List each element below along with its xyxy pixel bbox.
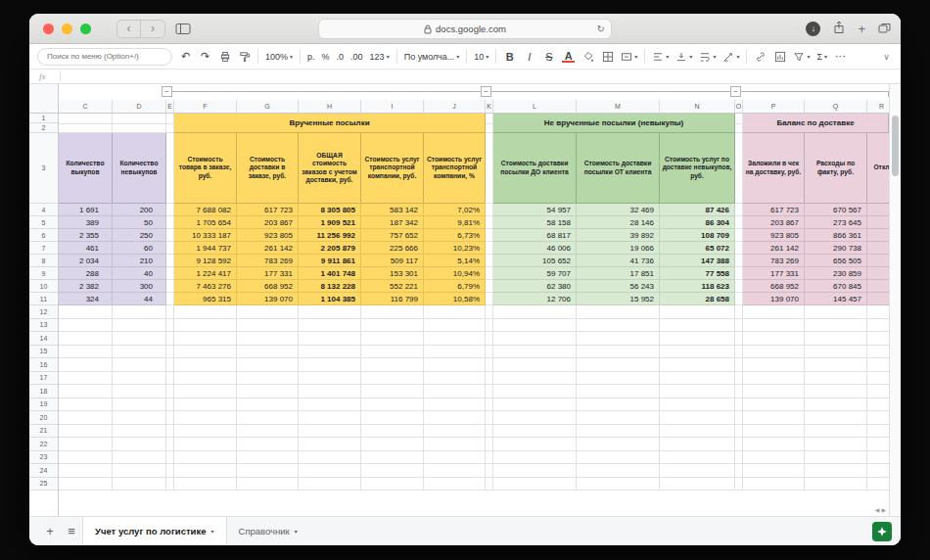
cell[interactable] — [299, 438, 361, 451]
cell[interactable] — [174, 358, 237, 372]
column-header-letter[interactable]: O — [735, 100, 743, 114]
cell[interactable] — [361, 411, 424, 425]
cell[interactable]: 44 — [113, 293, 166, 305]
cell[interactable] — [867, 425, 889, 439]
cell[interactable]: 65 072 — [660, 242, 735, 255]
cell[interactable]: 32 469 — [577, 204, 660, 216]
cell[interactable] — [299, 305, 361, 319]
menu-search-input[interactable] — [45, 51, 164, 62]
cell[interactable]: 62 380 — [493, 280, 577, 293]
column-title-cell[interactable]: Количество выкупов — [59, 133, 113, 204]
cell[interactable] — [59, 358, 113, 372]
cell[interactable] — [237, 425, 299, 439]
cell[interactable] — [493, 464, 577, 478]
cell[interactable]: 10,94% — [424, 267, 486, 280]
cell[interactable]: 389 — [59, 216, 113, 229]
cell[interactable] — [113, 385, 166, 398]
cell[interactable] — [174, 478, 237, 491]
cell[interactable]: 41 736 — [577, 255, 660, 267]
cell[interactable] — [577, 425, 660, 439]
filter-button[interactable]: ▾ — [793, 51, 810, 63]
cell[interactable] — [59, 451, 113, 465]
cell[interactable] — [166, 216, 174, 229]
cell[interactable]: 7 688 082 — [174, 204, 237, 216]
cell[interactable] — [735, 332, 743, 346]
cell[interactable] — [237, 464, 299, 478]
cell[interactable] — [299, 358, 361, 372]
cell[interactable] — [743, 398, 805, 412]
cell[interactable] — [493, 398, 577, 412]
cell[interactable]: 273 645 — [805, 216, 867, 229]
cell[interactable] — [493, 332, 577, 346]
cell[interactable]: 210 — [113, 255, 166, 267]
cell[interactable] — [174, 346, 237, 359]
cell[interactable] — [166, 280, 174, 293]
cell[interactable] — [577, 319, 660, 333]
cell[interactable] — [867, 358, 889, 372]
cell[interactable] — [174, 398, 237, 412]
cell[interactable]: 28 658 — [660, 293, 735, 305]
cell[interactable] — [735, 229, 743, 242]
cell[interactable] — [113, 114, 166, 133]
cell[interactable]: 1 691 — [59, 204, 113, 216]
group-collapse-button[interactable]: − — [730, 86, 741, 97]
cell[interactable] — [486, 204, 493, 216]
cell[interactable] — [660, 451, 735, 465]
column-header-letter[interactable]: E — [166, 100, 174, 114]
cell[interactable] — [166, 319, 174, 333]
row-number[interactable]: 14 — [29, 332, 58, 346]
cell[interactable] — [577, 332, 660, 346]
cell[interactable]: 187 342 — [361, 216, 424, 229]
cell[interactable]: 288 — [59, 267, 113, 280]
cell[interactable] — [660, 385, 735, 398]
cell[interactable]: 17 851 — [577, 267, 660, 280]
column-title-cell[interactable]: Стоимость доставки посылки ОТ клиента — [577, 133, 660, 204]
cell[interactable]: 139 070 — [743, 293, 805, 305]
cell[interactable]: 108 709 — [660, 229, 735, 242]
cell[interactable] — [735, 411, 743, 425]
cell[interactable] — [660, 319, 735, 333]
cell[interactable] — [237, 478, 299, 491]
cell[interactable]: 656 505 — [805, 255, 867, 267]
row-number[interactable]: 25 — [29, 478, 58, 491]
italic-button[interactable]: I — [523, 51, 535, 63]
cell[interactable] — [486, 398, 493, 412]
cell[interactable] — [174, 385, 237, 398]
add-sheet-button[interactable]: + — [39, 524, 61, 538]
zoom-select[interactable]: 100%▾ — [265, 52, 293, 62]
cell[interactable]: 12 706 — [493, 293, 577, 305]
cell[interactable]: 177 331 — [237, 267, 299, 280]
cell[interactable] — [805, 478, 867, 491]
cell[interactable]: 8 305 805 — [299, 204, 361, 216]
cell[interactable] — [493, 372, 577, 386]
cell[interactable] — [486, 346, 493, 359]
row-number[interactable]: 20 — [29, 411, 58, 425]
cell[interactable] — [113, 411, 166, 425]
cell[interactable] — [174, 332, 237, 346]
column-title-cell[interactable]: Количество невыкупов — [113, 133, 166, 204]
fill-color-button[interactable] — [581, 51, 594, 63]
cell[interactable]: 145 457 — [805, 293, 867, 305]
horizontal-align-button[interactable]: ▾ — [652, 51, 669, 63]
row-number[interactable]: 13 — [29, 319, 58, 333]
cell[interactable] — [743, 438, 805, 451]
sheet-tab-inactive[interactable]: Справочник ▾ — [227, 517, 309, 546]
address-bar[interactable]: docs.google.com ↻ — [318, 19, 612, 39]
cell[interactable] — [237, 305, 299, 319]
cell[interactable] — [166, 358, 174, 372]
cell[interactable] — [735, 358, 743, 372]
cell[interactable] — [735, 242, 743, 255]
cell[interactable] — [113, 305, 166, 319]
cell[interactable] — [743, 358, 805, 372]
cell[interactable] — [735, 385, 743, 398]
cell[interactable]: 105 652 — [493, 255, 577, 267]
cell[interactable] — [166, 242, 174, 255]
cell[interactable] — [174, 372, 237, 386]
vertical-scrollbar[interactable] — [889, 84, 901, 516]
cell[interactable] — [361, 385, 424, 398]
cell[interactable] — [361, 305, 424, 319]
cell[interactable]: 783 269 — [237, 255, 299, 267]
cell[interactable]: 10 333 187 — [174, 229, 237, 242]
cell[interactable] — [743, 385, 805, 398]
column-title-cell[interactable]: Заложили в чек на доставку, руб. — [743, 133, 805, 204]
